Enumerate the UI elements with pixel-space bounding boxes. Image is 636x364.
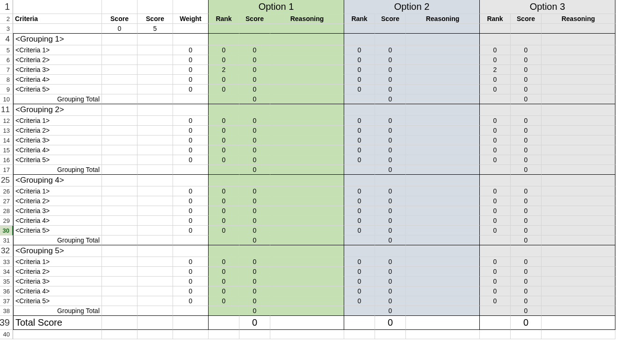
o3-rank[interactable]: 2 (480, 65, 511, 75)
o3-rank[interactable]: 0 (480, 277, 511, 286)
criteria-name[interactable]: <Criteria 3> (13, 277, 102, 286)
cell[interactable] (209, 330, 239, 339)
cell[interactable] (137, 75, 173, 85)
o1-rank[interactable]: 0 (209, 85, 239, 94)
grouping-total-label[interactable]: Grouping Total (13, 306, 102, 316)
o2-reason[interactable] (406, 226, 480, 236)
cell[interactable] (511, 104, 542, 116)
row-header[interactable]: 6 (0, 55, 13, 65)
cell[interactable] (344, 175, 375, 186)
o3-reason[interactable] (542, 55, 615, 65)
o1-score[interactable]: 0 (239, 155, 270, 165)
cell[interactable] (102, 245, 137, 257)
row-header[interactable]: 12 (0, 116, 13, 126)
cell[interactable] (344, 165, 375, 175)
cell[interactable] (102, 296, 137, 306)
cell[interactable] (137, 196, 173, 206)
o3-rank[interactable]: 0 (480, 267, 511, 277)
weight-cell[interactable]: 0 (173, 216, 209, 226)
cell[interactable] (102, 330, 137, 339)
cell[interactable] (480, 165, 511, 175)
o3-rank[interactable]: 0 (480, 126, 511, 136)
cell[interactable] (137, 316, 173, 330)
cell[interactable] (239, 175, 270, 186)
o1-reason[interactable] (270, 196, 344, 206)
cell[interactable] (344, 34, 375, 45)
hdr-o2-score[interactable]: Score (375, 14, 406, 24)
weight-cell[interactable]: 0 (173, 75, 209, 85)
o1-reason[interactable] (270, 277, 344, 286)
o2-score[interactable]: 0 (375, 267, 406, 277)
cell[interactable] (480, 316, 511, 330)
cell[interactable] (239, 245, 270, 257)
criteria-name[interactable]: <Criteria 4> (13, 216, 102, 226)
o2-rank[interactable]: 0 (344, 126, 375, 136)
row-header[interactable]: 13 (0, 126, 13, 136)
cell-score2-blank[interactable] (137, 0, 173, 14)
o2-score[interactable]: 0 (375, 75, 406, 85)
cell[interactable] (137, 34, 173, 45)
o1-score[interactable]: 0 (239, 226, 270, 236)
o3-score[interactable]: 0 (511, 196, 542, 206)
o3-rank[interactable]: 0 (480, 155, 511, 165)
o1-score[interactable]: 0 (239, 277, 270, 286)
o3-score[interactable]: 0 (511, 267, 542, 277)
group-total-o3[interactable]: 0 (511, 165, 542, 175)
cell[interactable] (542, 94, 615, 104)
row-header[interactable]: 30 (0, 226, 13, 236)
o1-score[interactable]: 0 (239, 216, 270, 226)
o2-rank[interactable]: 0 (344, 45, 375, 55)
hdr-o3-rank[interactable]: Rank (480, 14, 511, 24)
o3-rank[interactable]: 0 (480, 55, 511, 65)
o2-rank[interactable]: 0 (344, 267, 375, 277)
cell[interactable] (137, 296, 173, 306)
cell[interactable] (406, 24, 480, 34)
weight-cell[interactable]: 0 (173, 286, 209, 296)
cell[interactable] (137, 116, 173, 126)
cell[interactable] (137, 267, 173, 277)
cell[interactable] (137, 257, 173, 267)
o1-score[interactable]: 0 (239, 196, 270, 206)
grouping-total-label[interactable]: Grouping Total (13, 94, 102, 104)
cell[interactable] (137, 186, 173, 196)
cell[interactable] (173, 94, 209, 104)
group-title[interactable]: <Grouping 2> (13, 104, 102, 116)
o1-score[interactable]: 0 (239, 116, 270, 126)
grand-o3[interactable]: 0 (511, 316, 542, 330)
cell[interactable] (173, 316, 209, 330)
o1-reason[interactable] (270, 75, 344, 85)
o2-reason[interactable] (406, 75, 480, 85)
hdr-score2[interactable]: Score (137, 14, 173, 24)
group-total-o1[interactable]: 0 (239, 236, 270, 245)
grand-o2[interactable]: 0 (375, 316, 406, 330)
cell[interactable] (344, 94, 375, 104)
o3-rank[interactable]: 0 (480, 45, 511, 55)
o3-score[interactable]: 0 (511, 65, 542, 75)
o1-score[interactable]: 0 (239, 296, 270, 306)
o1-reason[interactable] (270, 186, 344, 196)
o3-reason[interactable] (542, 286, 615, 296)
o2-rank[interactable]: 0 (344, 226, 375, 236)
o1-score[interactable]: 0 (239, 257, 270, 267)
o2-reason[interactable] (406, 186, 480, 196)
row-header[interactable]: 25 (0, 175, 13, 186)
o2-reason[interactable] (406, 116, 480, 126)
cell[interactable] (173, 34, 209, 45)
row-header[interactable]: 39 (0, 316, 13, 330)
row-header[interactable]: 7 (0, 65, 13, 75)
cell[interactable] (102, 165, 137, 175)
cell[interactable] (406, 34, 480, 45)
o1-score[interactable]: 0 (239, 55, 270, 65)
group-total-o2[interactable]: 0 (375, 94, 406, 104)
cell[interactable] (511, 245, 542, 257)
o2-score[interactable]: 0 (375, 155, 406, 165)
group-total-o1[interactable]: 0 (239, 306, 270, 316)
cell[interactable] (480, 34, 511, 45)
row-header[interactable]: 3 (0, 24, 13, 34)
o1-reason[interactable] (270, 216, 344, 226)
o3-rank[interactable]: 0 (480, 186, 511, 196)
o1-reason[interactable] (270, 136, 344, 145)
o1-reason[interactable] (270, 206, 344, 216)
o2-score[interactable]: 0 (375, 55, 406, 65)
o1-rank[interactable]: 0 (209, 55, 239, 65)
